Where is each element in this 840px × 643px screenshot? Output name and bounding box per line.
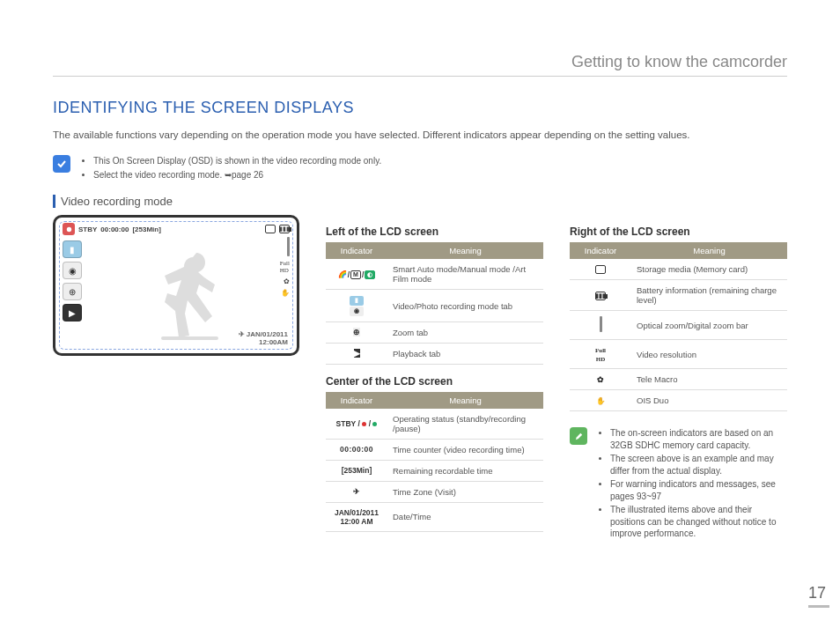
top-note-item: Select the video recording mode. ➥page 2… [93, 169, 381, 181]
smart-auto-icon: 🌈/M/◐ [338, 270, 376, 279]
zoom-icon: ⊕ [353, 328, 360, 336]
tele-macro-icon: ✿ [284, 277, 290, 285]
table-row: ▮◉ Video/Photo recording mode tab [326, 290, 543, 322]
table-row: ▮▮▮ Battery information (remaining charg… [570, 280, 787, 311]
zoom-bar-icon [287, 237, 290, 256]
osd-top-row: STBY 00:00:00 [253Min] [63, 223, 161, 235]
lcd-screen-mockup: STBY 00:00:00 [253Min] ▮ ◉ ⊕ ▶ ▮▮▮ F [53, 215, 299, 356]
pencil-icon [570, 427, 587, 445]
bottom-note-item: The illustrated items above and their po… [610, 504, 787, 540]
left-center-tables-column: Left of the LCD screen Indicator Meaning… [326, 215, 543, 554]
table-row: JAN/01/2011 12:00 AM Date/Time [326, 502, 543, 531]
battery-icon: ▮▮▮ [595, 292, 606, 300]
osd-remaining: [253Min] [132, 225, 160, 233]
table-row: 🌈/M/◐ Smart Auto mode/Manual mode /Art F… [326, 259, 543, 290]
cell-indicator: STBY / / [326, 409, 387, 440]
content-columns: STBY 00:00:00 [253Min] ▮ ◉ ⊕ ▶ ▮▮▮ F [53, 215, 787, 554]
cell-meaning: OIS Duo [631, 390, 787, 411]
top-note-list: This On Screen Display (OSD) is shown in… [79, 155, 381, 182]
bottom-note-item: The on-screen indicators are based on an… [610, 427, 787, 451]
cell-meaning: Optical zoom/Digital zoom bar [631, 311, 787, 340]
card-icon [265, 225, 276, 233]
cell-meaning: Video resolution [631, 340, 787, 369]
cell-meaning: Storage media (Memory card) [631, 259, 787, 280]
page-number: 17 [808, 584, 829, 608]
cell-meaning: Time Zone (Visit) [387, 481, 543, 502]
cell-indicator [570, 311, 631, 340]
cell-indicator: 🌈/M/◐ [326, 259, 387, 290]
th-meaning: Meaning [631, 242, 787, 259]
bottom-note-box: The on-screen indicators are based on an… [570, 427, 787, 542]
table-row: [253Min] Remaining recordable time [326, 460, 543, 481]
playback-icon: ▶ [354, 349, 360, 358]
check-icon [53, 155, 70, 173]
photo-tab-icon: ◉ [63, 262, 82, 279]
osd-datetime: ✈ JAN/01/2011 12:00AM [239, 330, 288, 346]
table-row: ▶ Playback tab [326, 343, 543, 364]
right-table-column: Right of the LCD screen Indicator Meanin… [570, 215, 787, 554]
table-title-left: Left of the LCD screen [326, 225, 543, 238]
cell-indicator: ✿ [570, 369, 631, 390]
mode-icon [63, 223, 75, 235]
cell-indicator: ✈ [326, 481, 387, 502]
flower-icon: ✿ [597, 375, 604, 384]
top-note-item: This On Screen Display (OSD) is shown in… [93, 155, 381, 167]
cell-meaning: Remaining recordable time [387, 460, 543, 481]
table-row: Optical zoom/Digital zoom bar [570, 311, 787, 340]
plane-icon: ✈ [353, 487, 360, 496]
bottom-note-item: For warning indicators and messages, see… [610, 478, 787, 502]
cell-indicator: [253Min] [326, 460, 387, 481]
bottom-note-list: The on-screen indicators are based on an… [596, 427, 787, 542]
ois-duo-icon: ✋ [281, 289, 290, 297]
lcd-column: STBY 00:00:00 [253Min] ▮ ◉ ⊕ ▶ ▮▮▮ F [53, 215, 299, 554]
skateboarder-silhouette-icon [152, 248, 232, 345]
cell-meaning: Video/Photo recording mode tab [387, 290, 543, 322]
cell-meaning: Zoom tab [387, 322, 543, 343]
th-meaning: Meaning [387, 392, 543, 409]
top-note-box: This On Screen Display (OSD) is shown in… [53, 155, 787, 182]
cell-indicator: ✋ [570, 390, 631, 411]
table-title-center: Center of the LCD screen [326, 375, 543, 388]
cell-meaning: Tele Macro [631, 369, 787, 390]
osd-left-tabs: ▮ ◉ ⊕ ▶ [63, 240, 82, 322]
resolution-icon: FullHD [280, 260, 290, 274]
table-left: Indicator Meaning 🌈/M/◐ Smart Auto mode/… [326, 242, 543, 365]
cell-indicator: ⊕ [326, 322, 387, 343]
table-row: Storage media (Memory card) [570, 259, 787, 280]
osd-right-column: ▮▮▮ FullHD ✿ ✋ [265, 225, 290, 297]
table-center: Indicator Meaning STBY / / Operating sta… [326, 392, 543, 532]
hand-icon: ✋ [596, 396, 606, 405]
resolution-icon: FullHD [595, 347, 606, 363]
cell-meaning: Time counter (video recording time) [387, 439, 543, 460]
plane-icon: ✈ [239, 330, 245, 338]
svg-rect-1 [161, 336, 218, 340]
cell-meaning: Date/Time [387, 502, 543, 531]
osd-stby-label: STBY [78, 225, 97, 233]
table-row: FullHD Video resolution [570, 340, 787, 369]
table-row: STBY / / Operating status (standby/recor… [326, 409, 543, 440]
th-indicator: Indicator [570, 242, 631, 259]
cell-meaning: Battery information (remaining charge le… [631, 280, 787, 311]
osd-timer: 00:00:00 [100, 225, 129, 233]
table-row: ✿ Tele Macro [570, 369, 787, 390]
osd-time: 12:00AM [259, 338, 288, 346]
bottom-note-item: The screen above is an example and may d… [610, 453, 787, 477]
cell-indicator: 00:00:00 [326, 439, 387, 460]
cell-meaning: Playback tab [387, 343, 543, 364]
table-row: ✈ Time Zone (Visit) [326, 481, 543, 502]
cell-indicator: JAN/01/2011 12:00 AM [326, 502, 387, 531]
chapter-title: Getting to know the camcorder [53, 53, 787, 77]
cell-meaning: Smart Auto mode/Manual mode /Art Film mo… [387, 259, 543, 290]
cell-indicator: ▮◉ [326, 290, 387, 322]
cell-indicator: ▮▮▮ [570, 280, 631, 311]
table-row: 00:00:00 Time counter (video recording t… [326, 439, 543, 460]
zoom-bar-icon [600, 316, 602, 332]
section-title: IDENTIFYING THE SCREEN DISPLAYS [53, 99, 787, 117]
svg-point-0 [66, 227, 70, 232]
table-row: ✋ OIS Duo [570, 390, 787, 411]
table-title-right: Right of the LCD screen [570, 225, 787, 238]
osd-date: JAN/01/2011 [247, 330, 288, 338]
zoom-tab-icon: ⊕ [63, 283, 82, 300]
cell-indicator [570, 259, 631, 280]
manual-page: Getting to know the camcorder IDENTIFYIN… [0, 0, 840, 580]
